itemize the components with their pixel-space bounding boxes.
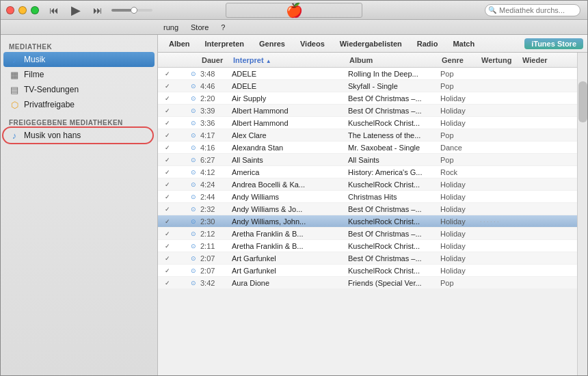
minimize-button[interactable] <box>18 6 27 14</box>
track-row[interactable]: ✓ ⊙ 2:11 Aretha Franklin & B... KuschelR… <box>158 240 577 252</box>
shared-music-icon: ♪ <box>9 130 20 141</box>
track-artist: ADELE <box>230 70 347 78</box>
track-row[interactable]: ✓ ⊙ 2:12 Aretha Franklin & B... Best Of … <box>158 228 577 240</box>
track-row[interactable]: ✓ ⊙ 3:36 Albert Hammond KuschelRock Chri… <box>158 117 577 129</box>
sidebar-item-tv[interactable]: ▤ TV-Sendungen <box>1 82 157 97</box>
tab-alben[interactable]: Alben <box>162 38 197 50</box>
track-artist: Andy Williams & Jo... <box>230 205 347 213</box>
track-genre: Dance <box>439 144 479 152</box>
track-cloud: ⊙ <box>188 70 199 77</box>
track-cloud: ⊙ <box>188 243 199 250</box>
col-dauer[interactable]: Dauer <box>199 56 230 64</box>
scrollbar-body[interactable] <box>577 68 587 375</box>
track-cloud: ⊙ <box>188 83 199 90</box>
sidebar-item-filme[interactable]: ▦ Filme <box>1 67 157 82</box>
col-genre[interactable]: Genre <box>439 56 479 64</box>
track-row[interactable]: ✓ ⊙ 4:24 Andrea Bocelli & Ka... KuschelR… <box>158 178 577 191</box>
track-album: KuschelRock Christ... <box>347 217 439 226</box>
track-check: ✓ <box>161 181 174 188</box>
track-duration: 2:07 <box>199 267 230 275</box>
track-check: ✓ <box>161 267 174 274</box>
sidebar-label-privat: Privatfreigabe <box>24 100 75 109</box>
scrollbar-thumb[interactable] <box>578 81 587 122</box>
track-album: Skyfall - Single <box>347 82 439 90</box>
search-input[interactable] <box>485 4 580 16</box>
nav-tabs: Alben Interpreten Genres Videos Wiederga… <box>158 35 587 53</box>
track-row[interactable]: ✓ ⊙ 2:44 Andy Williams Christmas Hits Ho… <box>158 191 577 203</box>
volume-thumb <box>131 7 137 14</box>
track-check: ✓ <box>161 243 174 250</box>
playback-controls: ⏮ ▶ ⏭ <box>46 2 152 18</box>
volume-slider[interactable] <box>111 9 152 12</box>
tab-genres[interactable]: Genres <box>252 38 292 50</box>
track-genre: Holiday <box>439 242 479 250</box>
sidebar-item-privat[interactable]: ⬡ Privatfreigabe <box>1 97 157 112</box>
track-genre: Holiday <box>439 119 479 127</box>
menu-item-help[interactable]: ? <box>215 22 230 33</box>
track-row[interactable]: ✓ ⊙ 2:20 Air Supply Best Of Christmas –.… <box>158 92 577 105</box>
track-row[interactable]: ✓ ⊙ 2:32 Andy Williams & Jo... Best Of C… <box>158 203 577 215</box>
track-row[interactable]: ✓ ⊙ 2:07 Art Garfunkel Best Of Christmas… <box>158 252 577 265</box>
col-interpret[interactable]: Interpret ▲ <box>230 56 347 64</box>
track-genre: Holiday <box>439 267 479 275</box>
scrollbar[interactable] <box>577 53 587 68</box>
track-check: ✓ <box>161 157 174 163</box>
track-artist: Art Garfunkel <box>230 254 347 263</box>
track-genre: Holiday <box>439 217 479 226</box>
sidebar-item-musik-hans[interactable]: ♪ Musik von hans <box>1 128 157 143</box>
track-row[interactable]: ✓ ⊙ 6:27 All Saints All Saints Pop <box>158 154 577 166</box>
play-button[interactable]: ▶ <box>68 2 84 18</box>
menu-item-rung[interactable]: rung <box>158 22 184 33</box>
track-row[interactable]: ✓ ⊙ 4:16 Alexandra Stan Mr. Saxobeat - S… <box>158 142 577 154</box>
forward-button[interactable]: ⏭ <box>90 2 106 18</box>
tracklist-body-wrap: ✓ ⊙ 3:48 ADELE Rolling In the Deep... Po… <box>158 68 587 375</box>
track-row[interactable]: ✓ ⊙ 3:39 Albert Hammond Best Of Christma… <box>158 105 577 117</box>
search-area: 🔍 <box>485 4 580 16</box>
tab-wiedergabelisten[interactable]: Wiedergabelisten <box>333 38 409 50</box>
track-duration: 4:16 <box>199 144 230 152</box>
track-duration: 2:07 <box>199 254 230 263</box>
tab-videos[interactable]: Videos <box>293 38 332 50</box>
tab-radio[interactable]: Radio <box>410 38 445 50</box>
track-check: ✓ <box>161 107 174 114</box>
tracklist-body[interactable]: ✓ ⊙ 3:48 ADELE Rolling In the Deep... Po… <box>158 68 577 375</box>
track-cloud: ⊙ <box>188 132 199 139</box>
music-icon: ♪ <box>9 54 20 65</box>
track-genre: Holiday <box>439 107 479 115</box>
track-genre: Pop <box>439 131 479 139</box>
sidebar-item-musik[interactable]: ♪ Musik <box>3 52 155 67</box>
track-check: ✓ <box>161 169 174 176</box>
track-album: Best Of Christmas –... <box>347 230 439 238</box>
track-artist: Aura Dione <box>230 279 347 287</box>
track-duration: 3:36 <box>199 119 230 127</box>
main-content: MEDIATHEK ♪ Musik ▦ Filme ▤ TV-Sendungen… <box>1 35 587 375</box>
track-row[interactable]: ✓ ⊙ 3:42 Aura Dione Friends (Special Ver… <box>158 277 577 289</box>
track-genre: Pop <box>439 156 479 164</box>
track-duration: 3:48 <box>199 70 230 78</box>
maximize-button[interactable] <box>31 6 39 14</box>
track-row[interactable]: ✓ ⊙ 4:46 ADELE Skyfall - Single Pop <box>158 80 577 92</box>
track-cloud: ⊙ <box>188 280 199 286</box>
track-row[interactable]: ✓ ⊙ 2:07 Art Garfunkel KuschelRock Chris… <box>158 265 577 277</box>
rewind-button[interactable]: ⏮ <box>46 2 62 18</box>
track-album: KuschelRock Christ... <box>347 267 439 275</box>
tab-interpreten[interactable]: Interpreten <box>198 38 251 50</box>
menu-item-store[interactable]: Store <box>185 22 214 33</box>
track-genre: Pop <box>439 70 479 78</box>
tracklist-header-row: Dauer Interpret ▲ Album Genre Wertung Wi… <box>158 53 587 68</box>
track-row[interactable]: ✓ ⊙ 2:30 Andy Williams, John... KuschelR… <box>158 215 577 228</box>
col-album[interactable]: Album <box>347 56 439 64</box>
track-album: Rolling In the Deep... <box>347 70 439 78</box>
freigegebene-header: FREIGEGEBENE MEDIATHEKEN <box>1 115 157 128</box>
track-row[interactable]: ✓ ⊙ 4:17 Alex Clare The Lateness of the.… <box>158 129 577 142</box>
track-check: ✓ <box>161 95 174 102</box>
tab-match[interactable]: Match <box>446 38 481 50</box>
track-genre: Holiday <box>439 205 479 213</box>
close-button[interactable] <box>6 6 14 14</box>
tab-itunes-store[interactable]: iTunes Store <box>524 38 583 49</box>
track-row[interactable]: ✓ ⊙ 4:12 America History: America's G...… <box>158 166 577 178</box>
track-row[interactable]: ✓ ⊙ 3:48 ADELE Rolling In the Deep... Po… <box>158 68 577 80</box>
track-genre: Rock <box>439 168 479 176</box>
col-wertung[interactable]: Wertung <box>479 56 520 64</box>
track-artist: Aretha Franklin & B... <box>230 242 347 250</box>
